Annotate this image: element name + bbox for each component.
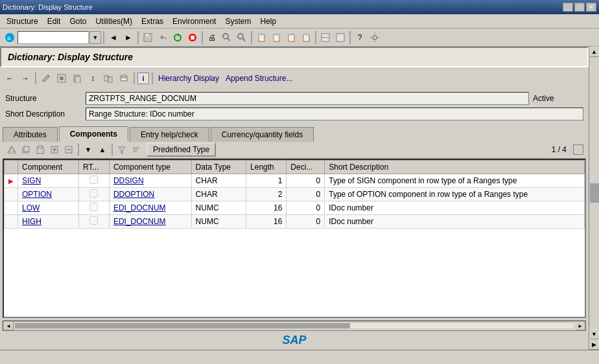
component-type-link[interactable]: EDI_DOCNUM — [113, 217, 166, 226]
scroll-down-button[interactable]: ▼ — [589, 329, 600, 339]
col-deci[interactable]: Deci... — [287, 161, 325, 174]
paste-rows-button[interactable] — [34, 143, 47, 156]
component-link[interactable]: SIGN — [22, 176, 41, 185]
component-link[interactable]: HIGH — [22, 217, 41, 226]
close-button[interactable]: ✕ — [586, 3, 596, 12]
forward-button[interactable]: → — [18, 71, 32, 85]
refresh-button[interactable] — [170, 30, 185, 45]
secondary-toolbar: ← → — [0, 70, 589, 87]
print-sec-button[interactable] — [117, 71, 131, 85]
hierarchy-display-link[interactable]: Hierarchy Display — [156, 73, 222, 84]
col-component[interactable]: Component — [18, 161, 79, 174]
tab-components[interactable]: Components — [59, 126, 128, 142]
rt-checkbox-cell — [79, 215, 110, 229]
help-button[interactable]: ? — [353, 30, 367, 45]
toolbar-btn-6[interactable] — [333, 30, 347, 45]
undo-button[interactable] — [156, 30, 170, 45]
find-next-button[interactable]: + — [235, 30, 249, 45]
tab-currency-fields[interactable]: Currency/quantity fields — [211, 127, 314, 142]
menu-system[interactable]: System — [221, 16, 255, 27]
table-settings-button[interactable] — [573, 144, 583, 155]
copy-rows-button[interactable] — [19, 143, 32, 156]
move-down-button[interactable]: ▲ — [96, 143, 109, 156]
menu-help[interactable]: Help — [256, 16, 280, 27]
command-field[interactable] — [18, 31, 89, 44]
svg-rect-3 — [145, 34, 149, 37]
menu-goto[interactable]: Goto — [65, 16, 90, 27]
minimize-button[interactable]: _ — [563, 3, 573, 12]
tab-entry-help[interactable]: Entry help/check — [130, 127, 209, 142]
rt-checkbox[interactable] — [89, 203, 98, 211]
toolbar-btn-3[interactable]: 📋 — [284, 30, 298, 45]
activate-button[interactable] — [54, 71, 69, 85]
append-structure-link[interactable]: Append Structure... — [223, 73, 295, 84]
component-link[interactable]: OPTION — [22, 190, 52, 199]
component-type-cell[interactable]: DDSIGN — [109, 174, 191, 188]
menu-environment[interactable]: Environment — [169, 16, 220, 27]
menu-edit[interactable]: Edit — [43, 16, 65, 27]
where-used-button[interactable] — [101, 71, 115, 85]
right-scrollbar[interactable]: ▲ ▼ ▶ — [589, 47, 599, 350]
copy-button[interactable] — [70, 71, 84, 85]
col-rt[interactable]: RT... — [79, 161, 110, 174]
nav-back-button[interactable]: ◄ — [106, 30, 121, 45]
col-length[interactable]: Length — [246, 161, 287, 174]
component-type-link[interactable]: DDOPTION — [113, 190, 154, 199]
toolbar-btn-1[interactable]: 📋 — [254, 30, 268, 45]
toolbar-btn-5[interactable] — [318, 30, 333, 45]
menu-extras[interactable]: Extras — [137, 16, 167, 27]
rt-checkbox[interactable] — [89, 176, 98, 184]
component-type-link[interactable]: DDSIGN — [113, 176, 144, 185]
info-button[interactable]: i — [137, 73, 149, 84]
settings-button[interactable] — [368, 30, 382, 45]
short-desc-input[interactable]: Range Structure: IDoc number — [86, 108, 583, 120]
up-button[interactable]: ↕ — [86, 71, 100, 85]
col-short-desc[interactable]: Short Description — [325, 161, 585, 174]
print-button[interactable]: 🖨 — [205, 30, 219, 45]
component-cell[interactable]: OPTION — [18, 188, 79, 201]
tab-attributes[interactable]: Attributes — [3, 127, 58, 142]
table-row[interactable]: OPTIONDDOPTIONCHAR20Type of OPTION compo… — [5, 188, 585, 201]
col-component-type[interactable]: Component type — [109, 161, 191, 174]
command-dropdown[interactable]: ▼ — [89, 31, 101, 44]
rt-checkbox[interactable] — [89, 216, 98, 225]
menu-structure[interactable]: Structure — [3, 16, 42, 27]
toolbar-btn-2[interactable]: 📋 — [269, 30, 283, 45]
table-row[interactable]: LOWEDI_DOCNUMNUMC160IDoc number — [5, 201, 585, 215]
component-cell[interactable]: HIGH — [18, 215, 79, 229]
scroll-right-button[interactable]: ► — [575, 321, 585, 330]
back-button[interactable]: ← — [3, 71, 17, 85]
toolbar-btn-4[interactable]: 📋 — [299, 30, 313, 45]
rt-checkbox[interactable] — [89, 189, 98, 198]
component-cell[interactable]: LOW — [18, 201, 79, 215]
edit-pencil-button[interactable] — [39, 71, 53, 85]
table-row[interactable]: HIGHEDI_DOCNUMNUMC160IDoc number — [5, 215, 585, 229]
stop-button[interactable] — [185, 30, 200, 45]
component-cell[interactable]: SIGN — [18, 174, 79, 188]
structure-input[interactable]: ZRGTPTS_RANGE_DOCNUM — [86, 92, 529, 105]
insert-rows-button[interactable] — [48, 143, 61, 156]
cut-button[interactable] — [5, 143, 18, 156]
delete-rows-button[interactable] — [62, 143, 75, 156]
component-type-link[interactable]: EDI_DOCNUM — [113, 203, 166, 212]
scroll-corner[interactable]: ▶ — [589, 339, 600, 350]
maximize-button[interactable]: □ — [574, 3, 585, 12]
component-link[interactable]: LOW — [22, 203, 40, 212]
col-data-type[interactable]: Data Type — [191, 161, 246, 174]
table-row[interactable]: ▶SIGNDDSIGNCHAR10Type of SIGN component … — [5, 174, 585, 188]
find-button[interactable] — [220, 30, 234, 45]
save-button[interactable] — [141, 30, 155, 45]
scroll-up-button[interactable]: ▲ — [589, 47, 600, 57]
component-type-cell[interactable]: DDOPTION — [109, 188, 191, 201]
filter-button[interactable] — [115, 143, 128, 156]
sap-icon[interactable]: S — [3, 30, 17, 45]
scroll-left-button[interactable]: ◄ — [3, 321, 14, 330]
horizontal-scrollbar[interactable]: ◄ ► — [3, 321, 586, 331]
component-type-cell[interactable]: EDI_DOCNUM — [109, 215, 191, 229]
sort-button[interactable] — [130, 143, 143, 156]
component-type-cell[interactable]: EDI_DOCNUM — [109, 201, 191, 215]
move-up-button[interactable]: ▼ — [82, 143, 95, 156]
nav-forward-button[interactable]: ► — [121, 30, 135, 45]
predefined-type-button[interactable]: Predefined Type — [147, 142, 216, 157]
menu-utilities[interactable]: Utilities(M) — [91, 16, 136, 27]
